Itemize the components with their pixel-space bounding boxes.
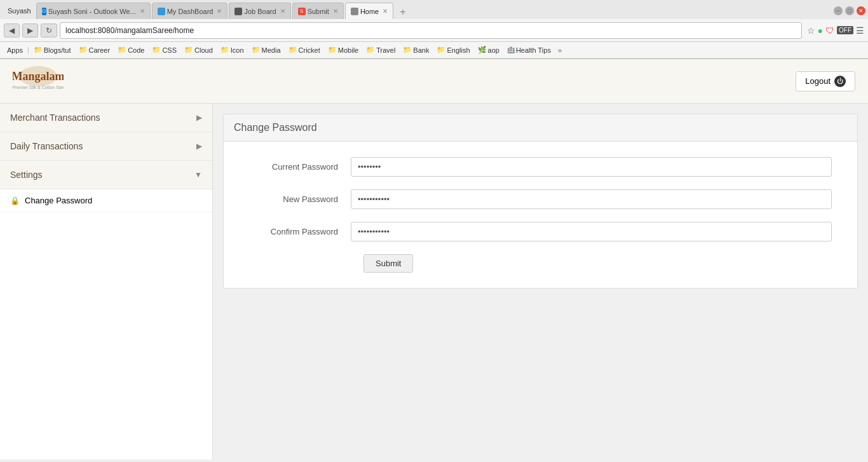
code-label: Code (128, 46, 144, 54)
current-password-input[interactable] (351, 157, 832, 177)
tab-favicon-submit: S (298, 8, 306, 15)
tab-label-outlook: Suyash Soni - Outlook We... (48, 8, 136, 15)
tab-close-submit[interactable]: ✕ (333, 8, 338, 15)
separator: | (27, 46, 29, 53)
user-label: Suyash (3, 7, 36, 15)
tab-close-dashboard[interactable]: ✕ (217, 8, 222, 15)
address-bar[interactable]: localhost:8080/mangalamSaree/home (60, 22, 802, 39)
bookmark-icon[interactable]: 📁 Icon (217, 44, 247, 55)
tab-close-home[interactable]: ✕ (383, 8, 388, 15)
bookmark-aop[interactable]: 🌿 aop (475, 44, 503, 55)
app-header: Mangalam A Premier Silk & Cotton Saree L… (0, 59, 868, 104)
extension-icon[interactable]: OFF (837, 26, 853, 34)
new-password-input[interactable] (351, 189, 832, 209)
health-label: Health Tips (516, 46, 551, 54)
bookmark-apps[interactable]: Apps (4, 45, 26, 55)
tab-outlook[interactable]: O Suyash Soni - Outlook We... ✕ (36, 3, 151, 19)
merchant-arrow-icon: ▶ (196, 113, 202, 122)
current-password-label: Current Password (249, 162, 351, 172)
tab-home[interactable]: Home ✕ (345, 3, 393, 19)
close-button[interactable]: ✕ (857, 6, 865, 15)
folder-icon-css: 📁 (152, 46, 161, 54)
english-label: English (447, 46, 470, 54)
bookmark-travel[interactable]: 📁 Travel (363, 44, 398, 55)
panel-body: Current Password New Password Confirm Pa… (224, 142, 857, 288)
sidebar-item-merchant[interactable]: Merchant Transactions ▶ (0, 104, 212, 132)
tab-jobboard[interactable]: Job Board ✕ (229, 3, 290, 19)
bookmark-blogs[interactable]: 📁 Blogs/tut (31, 44, 74, 55)
user-icon[interactable]: ● (818, 25, 823, 36)
media-label: Media (262, 46, 281, 54)
sidebar-item-settings[interactable]: Settings ▼ (0, 161, 212, 189)
folder-icon-travel: 📁 (366, 46, 375, 54)
browser-chrome: Suyash O Suyash Soni - Outlook We... ✕ M… (0, 0, 868, 59)
main-content: Change Password Current Password New Pas… (213, 104, 868, 459)
bookmark-code[interactable]: 📁 Code (114, 44, 147, 55)
tab-submit[interactable]: S Submit ✕ (292, 3, 344, 19)
main-layout: Merchant Transactions ▶ Daily Transactio… (0, 104, 868, 459)
bookmark-health[interactable]: 🏥 Health Tips (504, 45, 554, 55)
nav-bar: ◀ ▶ ↻ localhost:8080/mangalamSaree/home … (0, 19, 868, 42)
bookmarks-more[interactable]: » (555, 45, 564, 55)
forward-button[interactable]: ▶ (22, 24, 38, 37)
cricket-label: Cricket (299, 46, 320, 54)
submit-row: Submit (249, 254, 832, 273)
window-controls: − □ ✕ (834, 6, 865, 15)
back-button[interactable]: ◀ (4, 24, 20, 37)
logo-svg: Mangalam A Premier Silk & Cotton Saree (13, 64, 64, 99)
cloud-label: Cloud (194, 46, 213, 54)
shield-icon: 🛡 (825, 25, 834, 36)
folder-icon-cloud: 📁 (184, 46, 193, 54)
css-label: CSS (162, 46, 177, 54)
bookmark-star-icon[interactable]: ☆ (807, 25, 815, 36)
logout-button[interactable]: Logout ⏻ (796, 71, 855, 92)
daily-arrow-icon: ▶ (196, 142, 202, 151)
confirm-password-input[interactable] (351, 222, 832, 241)
new-password-label: New Password (249, 194, 351, 204)
confirm-password-label: Confirm Password (249, 227, 351, 236)
submit-button[interactable]: Submit (363, 254, 413, 273)
sidebar-submenu-settings: 🔒 Change Password (0, 189, 212, 212)
career-label: Career (89, 46, 111, 54)
title-bar: Suyash O Suyash Soni - Outlook We... ✕ M… (0, 0, 868, 19)
tab-close-jobboard[interactable]: ✕ (280, 8, 285, 15)
tabs-container: O Suyash Soni - Outlook We... ✕ My DashB… (36, 3, 829, 19)
travel-label: Travel (376, 46, 395, 54)
settings-arrow-icon: ▼ (194, 170, 202, 179)
confirm-password-row: Confirm Password (249, 222, 832, 241)
tab-label-jobboard: Job Board (244, 8, 276, 15)
svg-text:Mangalam: Mangalam (13, 70, 64, 83)
maximize-button[interactable]: □ (845, 6, 854, 15)
bookmark-cricket[interactable]: 📁 Cricket (285, 44, 323, 55)
bookmarks-bar: Apps | 📁 Blogs/tut 📁 Career 📁 Code 📁 CSS… (0, 42, 868, 58)
sidebar-item-daily[interactable]: Daily Transactions ▶ (0, 132, 212, 161)
sidebar-subitem-change-password[interactable]: 🔒 Change Password (0, 189, 212, 212)
current-password-row: Current Password (249, 157, 832, 177)
reload-button[interactable]: ↻ (41, 24, 57, 37)
tab-close-outlook[interactable]: ✕ (140, 8, 145, 15)
bookmark-cloud[interactable]: 📁 Cloud (181, 44, 216, 55)
icon-label: Icon (231, 46, 244, 54)
panel-header: Change Password (224, 114, 857, 142)
menu-icon[interactable]: ☰ (856, 25, 864, 36)
folder-icon-career: 📁 (79, 46, 88, 54)
tab-dashboard[interactable]: My DashBoard ✕ (152, 3, 228, 19)
tab-favicon-home (351, 8, 358, 15)
daily-transactions-label: Daily Transactions (10, 141, 83, 151)
bookmark-media[interactable]: 📁 Media (248, 44, 284, 55)
bookmark-css[interactable]: 📁 CSS (149, 44, 180, 55)
change-password-label: Change Password (25, 196, 92, 205)
bookmark-english[interactable]: 📁 English (433, 44, 473, 55)
bookmark-bank[interactable]: 📁 Bank (400, 44, 432, 55)
lock-icon: 🔒 (10, 196, 20, 205)
apps-label: Apps (7, 46, 23, 54)
aop-label: aop (488, 46, 499, 54)
sidebar: Merchant Transactions ▶ Daily Transactio… (0, 104, 213, 459)
leaf-icon-aop: 🌿 (478, 46, 487, 54)
bookmark-mobile[interactable]: 📁 Mobile (325, 44, 362, 55)
minimize-button[interactable]: − (834, 6, 843, 15)
new-tab-button[interactable]: + (395, 5, 410, 19)
bank-label: Bank (413, 46, 429, 54)
bookmark-career[interactable]: 📁 Career (76, 44, 114, 55)
folder-icon-media: 📁 (252, 46, 261, 54)
